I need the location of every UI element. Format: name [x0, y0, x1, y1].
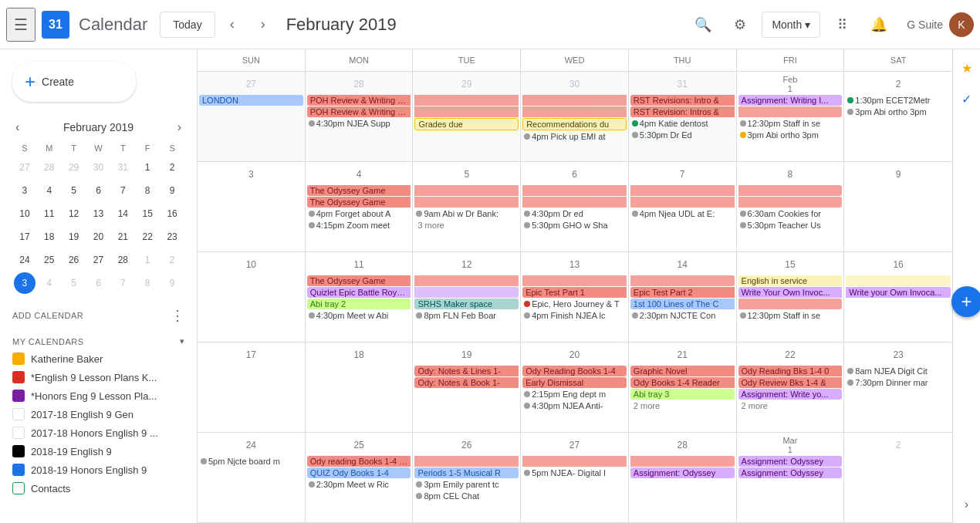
mini-day[interactable]: 14	[112, 203, 133, 224]
event-ody-books-reader[interactable]: Ody Books 1-4 Reader	[630, 377, 735, 388]
cal-item-2017-honors[interactable]: 2017-18 Honors English 9 ...	[6, 423, 191, 442]
view-selector[interactable]: Month ▾	[762, 12, 820, 38]
event-poh1[interactable]: POH Review & Writing Conferences	[307, 95, 411, 106]
event-staff-se2[interactable]: 12:30pm Staff in se	[738, 310, 843, 321]
mini-day[interactable]: 12	[63, 203, 85, 224]
event-abi-bank[interactable]: 9am Abi w Dr Bank:	[414, 208, 519, 219]
event-assignment-odyssey1[interactable]: Assignment: Odyssey	[630, 467, 735, 478]
event-forget[interactable]: 4pm Forget about A	[307, 208, 411, 219]
event-periods-musical[interactable]: Periods 1-5 Musical R	[414, 467, 519, 478]
event-abi-ortho[interactable]: 3pm Abi ortho 3pm	[738, 130, 843, 140]
event-odyssey-cont6[interactable]	[630, 197, 735, 208]
event-epic-test-cont[interactable]	[738, 299, 843, 309]
event-ody-reading-nexttext[interactable]: Ody reading Books 1-4 nexttext	[307, 456, 411, 467]
mini-day[interactable]: 19	[63, 226, 85, 248]
event-dr-ed-wed[interactable]: 4:30pm Dr ed	[522, 208, 627, 219]
event-dinner-mar[interactable]: 7:30pm Dinner mar	[846, 377, 951, 388]
cal-item-2018-honors[interactable]: 2018-19 Honors English 9	[6, 461, 191, 479]
event-emily-parent[interactable]: 3pm Emily parent tc	[414, 479, 519, 490]
event-rst2[interactable]: RST Revision: Intros &	[630, 106, 735, 117]
event-eng-dept[interactable]: 2:15pm Eng dept m	[522, 389, 627, 400]
event-finish-njea[interactable]: 4pm Finish NJEA lc	[522, 310, 627, 321]
event-njcte-board[interactable]: 5pm Njcte board m	[199, 456, 303, 467]
event-quiz-ody[interactable]: QUIZ Ody Books 1-4	[307, 467, 411, 478]
mini-day[interactable]: 22	[137, 226, 158, 248]
mini-day[interactable]: 1	[137, 157, 158, 178]
event-odyssey-w3[interactable]: The Odyssey Game	[307, 275, 411, 286]
event-recommendations[interactable]: Recommendations du	[522, 118, 627, 130]
event-cel-chat[interactable]: 8pm CEL Chat	[414, 491, 519, 501]
event-ody-reading-fri[interactable]: Ody Reading Bks 1-4 0	[738, 366, 843, 376]
event-abi-tray2[interactable]: Abi tray 2	[307, 299, 411, 309]
event-abi-ortho2[interactable]: 3pm Abi ortho 3pm	[846, 106, 951, 117]
cal-item-2017-english9[interactable]: 2017-18 English 9 Gen	[6, 405, 191, 423]
mini-day[interactable]: 10	[14, 203, 35, 224]
mini-day[interactable]: 29	[63, 157, 85, 178]
event-write-invoc2[interactable]: Write your Own Invoca...	[846, 287, 951, 298]
notifications-button[interactable]: 🔔	[863, 9, 894, 40]
event-teacher-us[interactable]: 5:30pm Teacher Us	[738, 220, 843, 231]
mini-day[interactable]: 31	[112, 157, 133, 178]
mini-today[interactable]: 3	[14, 272, 35, 294]
cal-item-2018-english9[interactable]: 2018-19 English 9	[6, 442, 191, 461]
more-link-2more-fri22[interactable]: 2 more	[738, 400, 843, 411]
apps-button[interactable]: ⠿	[826, 9, 857, 40]
search-button[interactable]: 🔍	[688, 9, 718, 40]
mini-day[interactable]: 3	[14, 180, 35, 201]
event-ody-notes1[interactable]: Ody: Notes & Lines 1-	[414, 366, 519, 376]
event-meet-abi[interactable]: 4:30pm Meet w Abi	[307, 310, 411, 321]
today-button[interactable]: Today	[160, 12, 215, 38]
mini-day[interactable]: 27	[14, 157, 35, 178]
event-ody-reading-nexttext-cont2[interactable]	[522, 456, 627, 467]
event-odyssey-cont2[interactable]	[414, 197, 519, 208]
event-rst-cont[interactable]	[738, 106, 843, 117]
event-ody-reading-w4[interactable]: Ody Reading Books 1-4	[522, 366, 627, 376]
event-srhs[interactable]: SRHS Maker space	[414, 299, 519, 309]
event-poh2-cont[interactable]	[414, 106, 519, 117]
event-ecet2[interactable]: 1:30pm ECET2Metr	[846, 95, 951, 106]
event-epic-test2[interactable]: Epic Test Part 2	[630, 287, 735, 298]
event-odyssey-w3-cont2[interactable]	[522, 275, 627, 286]
event-early-dismissal[interactable]: Early Dismissal	[522, 377, 627, 388]
event-graphic-novel[interactable]: Graphic Novel	[630, 366, 735, 376]
add-calendar-menu[interactable]: ⋮	[171, 307, 184, 324]
mini-day[interactable]: 26	[63, 249, 85, 271]
event-poh1-cont2[interactable]	[522, 95, 627, 106]
event-meet-ric[interactable]: 2:30pm Meet w Ric	[307, 479, 411, 490]
right-icon-check[interactable]: ✓	[955, 86, 979, 111]
mini-day[interactable]: 9	[161, 180, 183, 201]
event-katie[interactable]: 4pm Katie dentost	[630, 118, 735, 129]
mini-day[interactable]: 30	[87, 157, 109, 178]
event-odyssey-w3-end[interactable]	[630, 275, 735, 286]
add-event-fab[interactable]: +	[951, 286, 981, 317]
event-assignment-odyssey3[interactable]: Assignment: Odyssey	[738, 467, 843, 478]
mini-day[interactable]: 17	[14, 226, 35, 248]
event-quizlet-epic[interactable]: Quizlet Epic Battle Royale	[307, 287, 411, 298]
event-assignment-odyssey2[interactable]: Assignment: Odyssey	[738, 456, 843, 467]
mini-day[interactable]: 18	[39, 226, 60, 248]
event-english-service[interactable]: English in service	[738, 275, 843, 286]
user-avatar[interactable]: K	[949, 12, 974, 37]
right-icon-star[interactable]: ★	[955, 56, 979, 80]
event-odyssey-end2[interactable]	[738, 197, 843, 208]
event-pick-up-emi[interactable]: 4pm Pick up EMI at	[522, 131, 627, 142]
event-odyssey-cont4[interactable]	[522, 197, 627, 208]
more-link-3more[interactable]: 3 more	[414, 220, 519, 231]
event-odyssey-cont5[interactable]	[630, 185, 735, 196]
event-rst1[interactable]: RST Revisions: Intro &	[630, 95, 735, 106]
event-ody-notes2[interactable]: Ody: Notes & Book 1-	[414, 377, 519, 388]
event-cookies[interactable]: 6:30am Cookies for	[738, 208, 843, 219]
event-staff-se[interactable]: 12:30pm Staff in se	[738, 118, 843, 129]
event-njea-digit[interactable]: 8am NJEA Digit Cit	[846, 366, 951, 376]
event-quizlet-cont[interactable]	[414, 287, 519, 298]
cal-item-katherine[interactable]: Katherine Baker	[6, 349, 191, 368]
mini-day[interactable]: 4	[39, 180, 60, 201]
mini-day[interactable]: 28	[39, 157, 60, 178]
event-poh2-cont2[interactable]	[522, 106, 627, 117]
mini-day[interactable]: 5	[63, 180, 85, 201]
mini-day[interactable]: 7	[112, 272, 133, 294]
event-abi-tray3[interactable]: Abi tray 3	[630, 389, 735, 400]
mini-day[interactable]: 1	[137, 249, 158, 271]
mini-day[interactable]: 8	[137, 180, 158, 201]
event-njea-digital[interactable]: 5pm NJEA- Digital I	[522, 467, 627, 478]
